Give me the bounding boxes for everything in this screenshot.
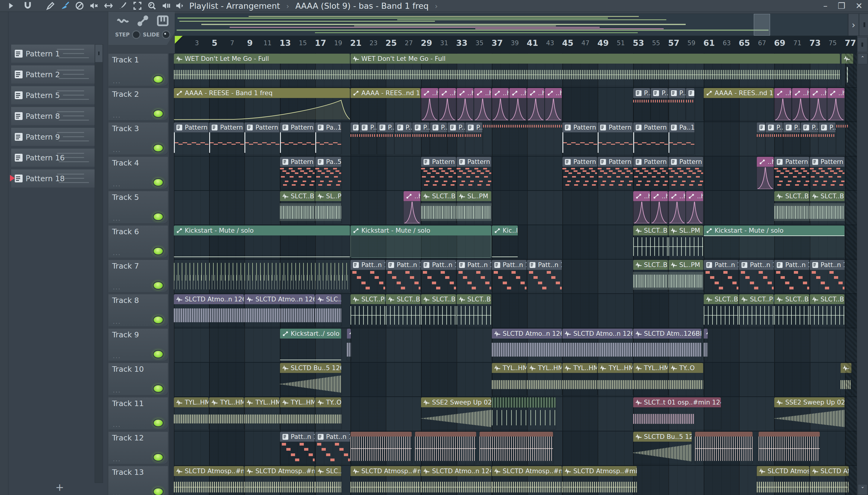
clip-minil[interactable] bbox=[347, 329, 351, 361]
clip-p[interactable]: P.. bbox=[765, 122, 783, 155]
clip-tyl-hmo[interactable]: TYL..HMO bbox=[209, 397, 244, 430]
draw-pencil-tool-icon[interactable] bbox=[44, 0, 57, 11]
clip-slct-bpm[interactable]: SLCT..BPM bbox=[633, 225, 668, 258]
playlist-grid[interactable]: WET Don't Let Me Go - FullWET Don't Let … bbox=[174, 53, 857, 495]
clip-pattern-5[interactable]: Pattern 5 bbox=[598, 157, 632, 189]
playback-preview-tool-icon[interactable] bbox=[160, 0, 173, 11]
clip-sl-pm[interactable]: SL..PM bbox=[457, 191, 491, 223]
clip-pattern-5[interactable]: Pattern 5 bbox=[669, 157, 703, 189]
select-tool-icon[interactable] bbox=[131, 0, 144, 11]
track-options[interactable]: ... bbox=[113, 146, 121, 153]
clip-spike7[interactable] bbox=[174, 260, 350, 292]
clip-slctd-bu-5-126bpm[interactable]: SLCTD Bu..5 126BPM bbox=[280, 363, 341, 395]
nav-options-button[interactable] bbox=[859, 14, 868, 36]
track-lane-9[interactable]: Kickstart../ solo #4SLCTD Atmo..n 126BPM… bbox=[174, 328, 857, 363]
clip-kickstart-mute-solo[interactable]: Kickstart - Mute / solo bbox=[350, 225, 491, 258]
track-header-2[interactable]: Track 2... bbox=[108, 88, 168, 121]
clip-sl-pm[interactable]: SL..PM bbox=[315, 191, 341, 223]
clip-pattern-1[interactable]: Pattern 1 bbox=[633, 122, 668, 155]
clip-pattern-5[interactable]: Pattern 5 bbox=[633, 157, 668, 189]
track-mute-led[interactable] bbox=[153, 419, 164, 427]
track-header-5[interactable]: Track 5... bbox=[108, 191, 168, 224]
mute-tool-icon[interactable] bbox=[87, 0, 101, 11]
clip-wet-don-t-let-me-go-full[interactable]: WET Don't Let Me Go - Full bbox=[174, 54, 350, 86]
add-pattern-button[interactable]: + bbox=[54, 481, 66, 493]
clip-patt-n-16[interactable]: Patt..n 16 bbox=[280, 432, 315, 464]
pattern-mode-icon[interactable] bbox=[157, 15, 169, 28]
clip-slct-bpm[interactable]: SLCT..BPM bbox=[421, 294, 456, 326]
automation-mode-icon[interactable] bbox=[137, 15, 149, 28]
delete-tool-icon[interactable] bbox=[73, 0, 86, 11]
clip-kic-lo[interactable]: Kic..lo bbox=[492, 225, 518, 258]
clip-p[interactable]: P.. bbox=[465, 122, 483, 155]
clip-slctd-atmosp-min-1[interactable]: SLCTD Atmosp..#min 1. bbox=[350, 466, 420, 495]
scroll-up-button[interactable]: ˆ bbox=[858, 53, 867, 64]
clip-slctd-atmosp-min-124bpm[interactable]: SLCTD Atmosp..#min 124BPM bbox=[562, 466, 637, 495]
pattern-item-pattern-2[interactable]: Pattern 2 bbox=[11, 65, 96, 84]
clip-minil[interactable] bbox=[704, 329, 708, 361]
clip-patt-n-16[interactable]: Patt..n 16 bbox=[350, 260, 385, 292]
track-header-3[interactable]: Track 3... bbox=[108, 122, 168, 155]
clip-pattern-5[interactable]: Pattern 5 bbox=[457, 157, 491, 189]
track-mute-led[interactable] bbox=[153, 75, 164, 84]
track-options[interactable]: ... bbox=[113, 215, 121, 222]
clip-pa-5[interactable]: Pa..5 bbox=[315, 157, 341, 189]
paint-brush-tool-icon[interactable] bbox=[58, 0, 72, 11]
clip-pattern-5[interactable]: Pattern 5 bbox=[421, 157, 456, 189]
clip-pat[interactable] bbox=[686, 88, 694, 120]
clip-wet-don-t-let-me-go-full[interactable]: WET Don't Let Me Go - Full bbox=[350, 54, 840, 86]
track-mute-led[interactable] bbox=[153, 281, 164, 290]
clip-h[interactable]: ..h bbox=[457, 88, 474, 120]
clip-sse2-sweep-up-02[interactable]: SSE2 Sweep Up 02 bbox=[774, 397, 844, 430]
clip-patt-n-16[interactable]: Patt..n 16 bbox=[810, 260, 845, 292]
clip-ty-o[interactable]: TY..O bbox=[315, 397, 341, 430]
clip-kickstart-mute-solo[interactable]: Kickstart - Mute / solo bbox=[704, 225, 845, 258]
track-header-7[interactable]: Track 7... bbox=[108, 259, 168, 292]
clip-slct-bpm[interactable]: SLCT..BPM bbox=[633, 260, 668, 292]
clip-tyl-hmo[interactable]: TYL..HMO bbox=[280, 397, 315, 430]
slide-toggle[interactable] bbox=[162, 31, 170, 39]
track-mute-led[interactable] bbox=[153, 144, 164, 152]
pattern-item-pattern-9[interactable]: Pattern 9 bbox=[11, 127, 96, 146]
clip-pattern-1[interactable]: Pattern 1 bbox=[209, 122, 244, 155]
close-button[interactable]: ✕ bbox=[856, 1, 863, 11]
clip-pattern-1[interactable]: Pattern 1 bbox=[244, 122, 279, 155]
clip-sl-pm[interactable]: SL..PM bbox=[669, 225, 703, 258]
clip-h[interactable]: ..h bbox=[792, 88, 809, 120]
track-header-12[interactable]: Track 12... bbox=[108, 431, 168, 464]
clip-patt-n-16[interactable]: Patt..n 16 bbox=[739, 260, 774, 292]
zoom-tool-icon[interactable] bbox=[145, 0, 158, 11]
track-options[interactable]: ... bbox=[113, 180, 121, 188]
clip-pat[interactable] bbox=[757, 122, 765, 155]
track-mute-led[interactable] bbox=[153, 453, 164, 462]
clip-slct-bpm[interactable]: SLCT..BPM bbox=[774, 294, 809, 326]
clip-patt-n-16[interactable]: Patt..n 16 bbox=[315, 432, 350, 464]
clip-h[interactable]: ..h bbox=[633, 191, 650, 223]
pattern-item-pattern-1[interactable]: Pattern 1 bbox=[11, 44, 96, 63]
clip-p[interactable]: P.. bbox=[377, 122, 394, 155]
track-header-1[interactable]: Track 1... bbox=[108, 53, 168, 86]
clip-pattern-5[interactable]: Pattern 5 bbox=[280, 157, 315, 189]
arrangement-navigator[interactable] bbox=[175, 14, 848, 36]
navigator-viewbox[interactable] bbox=[754, 14, 770, 36]
clip-h[interactable]: ..h bbox=[421, 88, 438, 120]
track-mute-led[interactable] bbox=[153, 109, 164, 118]
track-header-6[interactable]: Track 6... bbox=[108, 225, 168, 258]
clip-stripe11[interactable] bbox=[492, 397, 556, 430]
clip-patt-n-16[interactable]: Patt..n 16 bbox=[704, 260, 739, 292]
clip-h[interactable]: ..h bbox=[774, 88, 792, 120]
clip-pattern-5[interactable]: Pattern 5 bbox=[562, 157, 597, 189]
clip-h[interactable]: ..h bbox=[686, 191, 703, 223]
snap-magnet-tool-icon[interactable] bbox=[21, 0, 34, 11]
clip-h[interactable]: ..h bbox=[757, 157, 774, 189]
clip-aaaa-reese-band-1-freq[interactable]: AAAA - REESE - Band 1 freq bbox=[174, 88, 350, 120]
clip-p[interactable]: P.. bbox=[669, 88, 685, 120]
clip-pattern-1[interactable]: Pattern 1 bbox=[562, 122, 597, 155]
clip-stripe[interactable] bbox=[695, 432, 752, 464]
clip-h[interactable]: ..h bbox=[651, 191, 668, 223]
clip-slctd-atmo-n-126bpm[interactable]: SLCTD Atmo..n 126BPM bbox=[174, 294, 244, 326]
track-header-13[interactable]: Track 13... bbox=[108, 466, 168, 495]
clip-stripe[interactable] bbox=[480, 432, 553, 464]
clip-slctd-atmo-n-126bpm[interactable]: SLCTD Atmo..n 126BPM bbox=[492, 329, 562, 361]
clip-h[interactable]: ..h bbox=[492, 88, 509, 120]
